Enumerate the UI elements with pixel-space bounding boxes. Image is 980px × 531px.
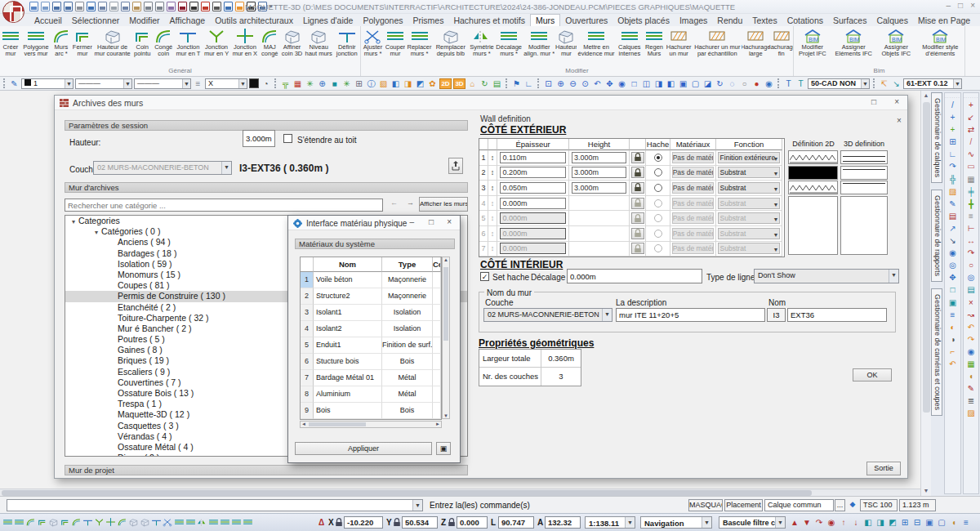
axis-tool-icon[interactable]: ╋ xyxy=(964,198,978,210)
materiau-button[interactable]: Pas de matériel xyxy=(672,243,715,254)
scroll-left-icon[interactable]: ◄ xyxy=(301,422,306,426)
ribbon-button-fermer-mur[interactable]: Fermer mur xyxy=(72,28,93,57)
def2d-preview-row1[interactable] xyxy=(788,150,838,164)
mat-col-header-type[interactable]: Type xyxy=(382,257,433,272)
material-name-cell[interactable]: Bois xyxy=(314,403,382,419)
dialog-maximize-button[interactable]: □ xyxy=(871,97,876,106)
eye-view-icon[interactable]: ◉ xyxy=(764,78,774,89)
material-name-cell[interactable]: Isolant2 xyxy=(314,321,382,337)
def3d-preview-row3[interactable] xyxy=(840,181,888,194)
hache-radio[interactable] xyxy=(654,244,662,252)
text-style-outline-icon[interactable]: T xyxy=(783,78,794,89)
menu-ouvertures[interactable]: Ouvertures xyxy=(560,15,612,26)
materiau-button[interactable]: Pas de matériel xyxy=(672,198,715,209)
lock-button[interactable] xyxy=(631,212,644,224)
hauteur-mur-mini-icon[interactable] xyxy=(47,515,59,529)
draw-layer-icon[interactable]: ✎ xyxy=(947,198,960,210)
row-drag-handle-icon[interactable]: ↕ xyxy=(488,196,497,212)
menu-selectionner[interactable]: Sélectionner xyxy=(67,15,124,26)
hache-radio[interactable] xyxy=(654,199,662,207)
canvas-vertical-scrollbar[interactable]: ▲ ▼ xyxy=(920,91,931,496)
def3d-preview-row1[interactable] xyxy=(840,150,888,164)
text-style-filled-icon[interactable]: T xyxy=(795,78,806,89)
layer-send-icon[interactable]: ◩ xyxy=(415,78,425,89)
shadow-view-icon[interactable]: ◑ xyxy=(947,333,960,346)
mur-3d-down-icon[interactable]: ↓ xyxy=(850,515,862,529)
view-back-icon[interactable]: ▣ xyxy=(678,78,688,89)
run-icon[interactable] xyxy=(189,2,198,11)
zoom-window-icon[interactable]: ⊡ xyxy=(543,78,554,89)
ribbon-button-coin-pointu[interactable]: Coin pointu xyxy=(131,28,153,57)
zoom-find-icon[interactable]: ⊕ xyxy=(317,78,327,89)
jonction-t-mini-icon[interactable] xyxy=(82,515,93,529)
material-maximize-button[interactable]: □ xyxy=(429,217,434,226)
camera-edit-icon[interactable]: ▣ xyxy=(947,297,960,309)
mat-col-header-nom[interactable]: Nom xyxy=(314,257,382,272)
ribbon-button-mettre-en-evidence-mur[interactable]: Mettre en évidence mur xyxy=(577,28,615,57)
snap-node-icon[interactable]: ↙ xyxy=(964,111,978,123)
definir-jonction-mini-icon[interactable] xyxy=(150,515,162,529)
menu-accueil[interactable]: Accueil xyxy=(29,15,67,26)
material-row-number[interactable]: 5 xyxy=(301,337,314,354)
hand-tool-icon[interactable]: ◖ xyxy=(964,370,978,382)
ribbon-button-hachurage-large[interactable]: Hachurage large xyxy=(742,28,769,57)
prev-category-button[interactable]: ← xyxy=(388,199,400,211)
dialog-close-button[interactable]: × xyxy=(894,97,899,106)
arc-tool-icon[interactable]: ↶ xyxy=(947,358,960,370)
mettre-evidence-mini-icon[interactable] xyxy=(230,515,242,529)
app-logo-icon[interactable] xyxy=(2,1,24,23)
y-lock-icon[interactable] xyxy=(393,518,400,527)
hache-radio[interactable] xyxy=(654,230,662,238)
2d-view-badge[interactable]: 2D xyxy=(439,78,452,89)
stop-icon[interactable] xyxy=(201,2,210,11)
material-type-cell[interactable]: Maçonnerie xyxy=(382,272,433,288)
pen-settings-icon[interactable]: ✎ xyxy=(9,78,20,89)
zoom-out-icon[interactable]: ⊖ xyxy=(568,78,578,89)
epaisseur-input[interactable]: 0.000m xyxy=(500,243,565,254)
mur-3d-delete-icon[interactable]: ▼ xyxy=(801,515,813,529)
clip-edit-icon[interactable]: ◩ xyxy=(887,515,898,529)
undo-view-icon[interactable]: ↶ xyxy=(964,321,978,333)
menu-polygones[interactable]: Polygones xyxy=(358,15,408,26)
ok-button[interactable]: OK xyxy=(853,368,892,382)
measure-tool-icon[interactable]: ≡ xyxy=(960,515,972,529)
copy-icon[interactable] xyxy=(121,2,130,11)
offset-node-icon[interactable]: ↔ xyxy=(964,234,978,247)
menu-mise-en-page[interactable]: Mise en Page xyxy=(913,15,975,26)
hache-radio[interactable] xyxy=(654,214,662,222)
edit-node-icon[interactable]: ⇄ xyxy=(964,123,978,136)
grid-table-icon[interactable]: ╦ xyxy=(280,78,291,89)
material-type-cell[interactable]: Isolation xyxy=(382,305,433,321)
dot-red-icon[interactable]: ● xyxy=(751,78,762,89)
view-front-icon[interactable]: ◫ xyxy=(641,78,652,89)
fonction-combo[interactable]: Substrat▼ xyxy=(718,243,781,254)
view-top-icon[interactable]: □ xyxy=(629,78,639,89)
material-name-cell[interactable]: Isolant1 xyxy=(314,305,382,321)
l-value[interactable]: 90.747 xyxy=(498,516,534,529)
line-type-combo[interactable]: ———▼ xyxy=(75,78,132,89)
level-tool-icon[interactable]: ≡ xyxy=(964,210,978,222)
calque-commun-input[interactable]: Calque commun xyxy=(764,499,834,511)
material-options-button[interactable]: ▣ xyxy=(436,442,451,455)
ribbon-button-replacer-murs[interactable]: Replacer murs * xyxy=(406,28,433,57)
conge-coin-mini-icon[interactable] xyxy=(70,515,82,529)
materiau-button[interactable]: Pas de matériel xyxy=(672,212,715,224)
fonction-combo[interactable]: Substrat▼ xyxy=(718,167,781,178)
epaisseur-input[interactable]: 0.000m xyxy=(500,198,565,209)
exit-button[interactable]: Sortie xyxy=(866,462,901,475)
pan-view-icon[interactable]: ✥ xyxy=(947,271,960,283)
ribbon-button-affiner-coin-3d[interactable]: Affiner coin 3D xyxy=(280,28,304,57)
epaisseur-input[interactable]: 0.200m xyxy=(500,167,565,178)
calque-browse-button[interactable]: ... xyxy=(835,499,845,511)
open-file-icon[interactable] xyxy=(41,2,50,11)
line-style-icon[interactable]: ≡ xyxy=(193,78,203,89)
material-row-number[interactable]: 6 xyxy=(301,354,314,370)
orbit-view-icon[interactable]: ◉ xyxy=(947,247,960,259)
gear-flower-icon[interactable]: ✿ xyxy=(427,78,438,89)
save-all-icon[interactable] xyxy=(64,2,73,11)
replacer-murs-mini-icon[interactable] xyxy=(185,515,196,529)
cad-layer-combo[interactable]: 50-CAD NON▼ xyxy=(808,78,870,89)
calques-internes-mini-icon[interactable] xyxy=(242,515,253,529)
move-layer-icon[interactable]: + xyxy=(947,111,960,123)
filter-on-icon[interactable]: ▣ xyxy=(924,515,935,529)
